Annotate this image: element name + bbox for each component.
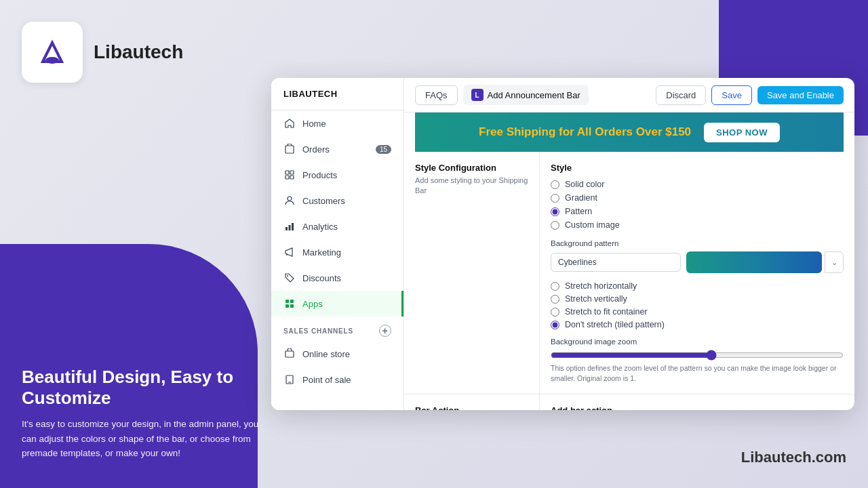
- sidebar-item-online-store[interactable]: Online store: [271, 341, 403, 367]
- color-swatch[interactable]: [686, 251, 822, 273]
- preview-bar: Free Shipping for All Orders Over $150 S…: [415, 113, 844, 152]
- apps-icon: [283, 298, 296, 310]
- style-section-title: Style Configuration: [415, 163, 528, 173]
- sidebar-item-analytics[interactable]: Analytics: [271, 214, 403, 239]
- stretch-vertical[interactable]: Stretch vertically: [551, 294, 844, 304]
- main-content: FAQs L Add Announcement Bar Discard Save…: [404, 78, 854, 410]
- active-tab[interactable]: L Add Announcement Bar: [463, 85, 589, 105]
- marketing-icon: [283, 246, 296, 258]
- stretch-fit-radio[interactable]: [551, 308, 559, 317]
- pos-icon: [283, 373, 296, 386]
- config-area: Style Configuration Add some styling to …: [404, 152, 854, 410]
- style-gradient-label: Gradient: [565, 193, 597, 203]
- home-label: Home: [302, 119, 326, 129]
- stretch-fit[interactable]: Stretch to fit container: [551, 307, 844, 317]
- preview-highlight-text: Over $150: [636, 125, 691, 138]
- svg-rect-13: [290, 300, 294, 303]
- style-radio-pattern[interactable]: [551, 207, 559, 216]
- sales-channels-header: SALES CHANNELS +: [271, 317, 403, 341]
- sidebar-item-discounts[interactable]: Discounts: [271, 265, 403, 291]
- top-bar: FAQs L Add Announcement Bar Discard Save…: [404, 78, 854, 113]
- svg-rect-3: [285, 171, 289, 174]
- bar-action-title: Bar Action: [415, 405, 528, 410]
- style-radio-solid[interactable]: [551, 180, 559, 189]
- preview-next-button[interactable]: ›: [845, 123, 854, 142]
- orders-label: Orders: [302, 144, 330, 155]
- bg-pattern-row: ⌄: [551, 251, 844, 273]
- stretch-h-label: Stretch horizontally: [565, 281, 637, 291]
- zoom-label: Background image zoom: [551, 338, 844, 346]
- logo-area: Libautech: [22, 22, 183, 83]
- preview-prev-button[interactable]: ‹: [404, 123, 414, 142]
- zoom-hint: This option defines the zoom level of th…: [551, 363, 844, 383]
- bar-action-right: Add bar action Fields to collect Email N…: [540, 394, 854, 410]
- discard-button[interactable]: Discard: [656, 85, 706, 105]
- style-radio-gradient[interactable]: [551, 194, 559, 203]
- brand-name: Libautech: [94, 41, 183, 63]
- orders-icon: [283, 143, 296, 155]
- products-icon: [283, 169, 296, 181]
- discounts-icon: [283, 272, 296, 284]
- stretch-tiled-label: Don't stretch (tiled pattern): [565, 320, 665, 329]
- style-option-custom[interactable]: Custom image: [551, 220, 844, 230]
- bg-pattern-label: Background pattern: [551, 239, 844, 247]
- shop-now-button[interactable]: SHOP NOW: [704, 123, 780, 142]
- sidebar-item-marketing[interactable]: Marketing: [271, 239, 403, 265]
- stretch-v-radio[interactable]: [551, 295, 559, 304]
- style-radio-custom[interactable]: [551, 221, 559, 230]
- svg-point-1: [45, 57, 59, 64]
- hero-text: Beautiful Design, Easy to Customize It's…: [22, 367, 266, 461]
- faqs-button[interactable]: FAQs: [415, 85, 458, 105]
- hero-headline: Beautiful Design, Easy to Customize: [22, 367, 266, 409]
- customers-label: Customers: [302, 196, 345, 206]
- preview-text: Free Shipping for All Orders Over $150 S…: [429, 123, 830, 142]
- online-store-label: Online store: [302, 349, 350, 359]
- home-icon: [283, 117, 296, 129]
- stretch-tiled[interactable]: Don't stretch (tiled pattern): [551, 320, 844, 329]
- svg-rect-2: [285, 146, 294, 153]
- stretch-horizontal[interactable]: Stretch horizontally: [551, 281, 844, 291]
- marketing-label: Marketing: [302, 247, 341, 258]
- svg-rect-4: [290, 171, 294, 174]
- analytics-label: Analytics: [302, 222, 338, 232]
- svg-point-11: [287, 275, 288, 277]
- apps-label: Apps: [302, 299, 323, 309]
- stretch-tiled-radio[interactable]: [551, 321, 559, 329]
- sidebar-item-apps[interactable]: Apps: [271, 291, 403, 317]
- sidebar-brand: LIBAUTECH: [271, 78, 403, 110]
- style-solid-label: Solid color: [565, 180, 604, 189]
- sidebar-item-products[interactable]: Products: [271, 162, 403, 188]
- svg-rect-14: [285, 304, 289, 308]
- add-sales-channel-button[interactable]: +: [379, 325, 391, 337]
- save-enable-button[interactable]: Save and Enable: [757, 86, 844, 104]
- sidebar-item-home[interactable]: Home: [271, 110, 403, 136]
- svg-rect-15: [290, 304, 294, 308]
- style-custom-label: Custom image: [565, 220, 620, 230]
- preview-bar-wrapper: ‹ Free Shipping for All Orders Over $150…: [404, 113, 854, 152]
- sidebar: LIBAUTECH Home Orders 15 Products Cus: [271, 78, 404, 410]
- style-option-gradient[interactable]: Gradient: [551, 193, 844, 203]
- orders-badge: 15: [376, 145, 391, 154]
- style-option-pattern[interactable]: Pattern: [551, 207, 844, 216]
- discounts-label: Discounts: [302, 273, 341, 283]
- sidebar-item-pos[interactable]: Point of sale: [271, 367, 403, 392]
- online-store-icon: [283, 348, 296, 360]
- save-button[interactable]: Save: [711, 85, 752, 105]
- svg-rect-8: [285, 227, 288, 230]
- libautech-logo-icon: [35, 35, 70, 70]
- bar-action-section: Bar Action Add a custom button to your S…: [404, 394, 854, 410]
- stretch-h-radio[interactable]: [551, 282, 559, 291]
- zoom-slider[interactable]: [551, 350, 844, 361]
- website-text: Libautech.com: [741, 449, 846, 466]
- svg-rect-10: [292, 223, 294, 230]
- tab-logo-icon: L: [471, 89, 484, 101]
- stretch-group: Stretch horizontally Stretch vertically …: [551, 281, 844, 329]
- sidebar-item-customers[interactable]: Customers: [271, 188, 403, 214]
- style-pattern-label: Pattern: [565, 207, 592, 216]
- sidebar-item-orders[interactable]: Orders 15: [271, 136, 403, 162]
- sales-channels-label: SALES CHANNELS: [283, 327, 353, 335]
- swatch-chevron-button[interactable]: ⌄: [825, 251, 844, 273]
- style-option-solid[interactable]: Solid color: [551, 180, 844, 189]
- pattern-input[interactable]: [551, 253, 681, 272]
- hero-description: It's easy to customize your design, in t…: [22, 417, 266, 461]
